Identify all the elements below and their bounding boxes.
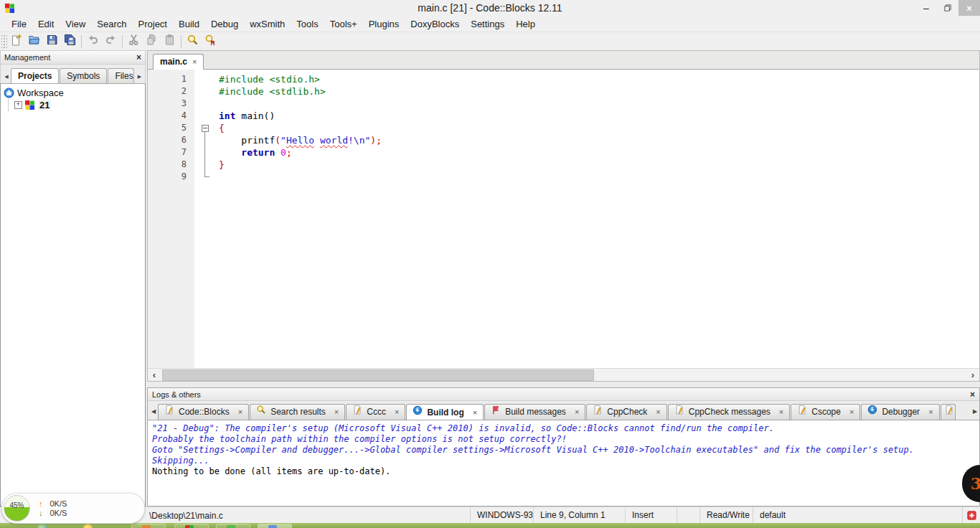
windows-taskbar[interactable] [0, 523, 980, 528]
tabs-scroll-right-icon[interactable]: ▶ [135, 70, 143, 83]
menu-item-debug[interactable]: Debug [205, 16, 244, 32]
minimize-button[interactable]: – [915, 0, 937, 16]
save-button[interactable] [43, 34, 61, 50]
toolbar-grip[interactable] [1, 34, 7, 49]
expand-plus-icon[interactable]: + [14, 101, 22, 109]
editor-tab-close-icon[interactable]: × [192, 55, 197, 70]
logs-close-icon[interactable]: × [970, 391, 975, 398]
restore-button[interactable] [937, 0, 958, 16]
log-tab-close-icon[interactable]: × [395, 405, 399, 420]
menu-item-file[interactable]: File [6, 16, 32, 32]
code-editor[interactable]: 1 #include <stdio.h> 2 #include <stdlib.… [148, 70, 979, 368]
status-segment-read-write: Read/Write [699, 507, 753, 524]
redo-button[interactable] [102, 34, 120, 50]
log-tab-partial[interactable] [941, 404, 956, 420]
assistant-glyph: 3 [971, 474, 980, 493]
code-token: ); [370, 135, 382, 146]
ie-taskbar-icon[interactable] [83, 524, 93, 528]
search-icon [256, 405, 266, 420]
log-tab-label: Debugger [882, 405, 920, 420]
build-log-output: "21 - Debug": The compiler's setup (Micr… [148, 420, 979, 506]
log-tab-build-messages[interactable]: Build messages × [484, 404, 585, 420]
log-tab-label: Cscope [811, 405, 841, 420]
code-line: 8 } [148, 159, 979, 171]
menu-item-project[interactable]: Project [133, 16, 173, 32]
log-tab-cscope[interactable]: Cscope × [791, 404, 860, 420]
net-speed-widget[interactable]: 45% ↑ 0K/S ↓ 0K/S [1, 493, 145, 524]
toolbar-separator [81, 35, 82, 48]
gauge-percent: 45% [9, 501, 24, 509]
menu-item-wxsmith[interactable]: wxSmith [244, 16, 291, 32]
close-button[interactable]: × [958, 0, 980, 16]
save-all-button[interactable] [61, 34, 79, 50]
log-tab-cppcheck[interactable]: CppCheck × [586, 404, 666, 420]
tabs-scroll-left-icon[interactable]: ◀ [2, 70, 11, 83]
cut-button[interactable] [125, 34, 143, 50]
log-tab-cccc[interactable]: Cccc × [346, 404, 405, 420]
code-text [216, 171, 219, 183]
menu-item-settings[interactable]: Settings [465, 16, 510, 32]
undo-button[interactable] [84, 34, 102, 50]
menu-item-build[interactable]: Build [173, 16, 205, 32]
editor-hscrollbar[interactable]: ‹ › [148, 368, 979, 381]
open-file-button[interactable] [25, 34, 43, 50]
status-segment-line-9-column-1: Line 9, Column 1 [533, 507, 625, 524]
fold-margin-collapse-icon[interactable] [194, 122, 216, 134]
panel-sash[interactable] [147, 382, 980, 387]
log-tab-close-icon[interactable]: × [928, 405, 933, 420]
log-tab-close-icon[interactable]: × [779, 405, 783, 420]
log-tab-code-blocks[interactable]: Code::Blocks × [158, 404, 249, 420]
management-tab-symbols[interactable]: Symbols [60, 68, 107, 83]
management-tab-projects[interactable]: Projects [11, 68, 59, 83]
scroll-right-icon[interactable]: › [966, 369, 979, 380]
menu-item-help[interactable]: Help [510, 16, 541, 32]
menu-item-tools[interactable]: Tools+ [324, 16, 363, 32]
log-tab-close-icon[interactable]: × [473, 405, 477, 420]
menu-item-view[interactable]: View [60, 16, 91, 32]
workspace-node[interactable]: Workspace [4, 87, 145, 99]
logs-tabs-scroll-left-icon[interactable]: ◀ [149, 405, 158, 418]
log-tab-label: CppCheck [607, 405, 647, 420]
log-tab-build-log[interactable]: Build log × [406, 404, 484, 420]
log-line: Skipping... [152, 456, 979, 466]
taskbar-app-4[interactable] [258, 524, 292, 528]
start-orb-icon[interactable] [37, 524, 47, 528]
log-tab-close-icon[interactable]: × [656, 405, 660, 420]
taskbar-app-3[interactable] [216, 524, 250, 528]
copy-button[interactable] [143, 34, 161, 50]
code-token: ( [275, 135, 281, 146]
management-close-icon[interactable]: × [136, 54, 141, 61]
new-file-button[interactable] [7, 34, 25, 50]
cut-icon [128, 34, 140, 49]
menu-item-plugins[interactable]: Plugins [363, 16, 405, 32]
project-node[interactable]: + 21 [4, 99, 145, 111]
editor-tab-main-c[interactable]: main.c × [153, 54, 204, 70]
management-tab-files[interactable]: Files [108, 68, 134, 83]
menu-item-edit[interactable]: Edit [32, 16, 60, 32]
save-icon [46, 34, 58, 49]
menu-item-doxyblocks[interactable]: DoxyBlocks [405, 16, 465, 32]
logs-caption: Logs & others × [148, 388, 979, 401]
tree-indent-line [8, 99, 14, 111]
code-token: return [241, 147, 275, 158]
log-tab-debugger[interactable]: Debugger × [861, 404, 939, 420]
menu-item-tools[interactable]: Tools [291, 16, 324, 32]
taskbar-app-2[interactable] [174, 524, 209, 528]
memory-gauge[interactable]: 45% [4, 495, 30, 522]
log-tab-close-icon[interactable]: × [238, 405, 242, 420]
log-tab-cppcheck-messages[interactable]: CppCheck messages × [668, 404, 791, 420]
log-tab-close-icon[interactable]: × [575, 405, 579, 420]
taskbar-app-1[interactable] [131, 524, 166, 528]
logs-tabs-scroll-right-icon[interactable]: ▶ [971, 405, 979, 418]
log-tab-close-icon[interactable]: × [334, 405, 339, 420]
find-button[interactable] [184, 34, 202, 50]
log-tab-search-results[interactable]: Search results × [250, 404, 345, 420]
scroll-left-icon[interactable]: ‹ [148, 369, 161, 380]
log-tab-close-icon[interactable]: × [849, 405, 854, 420]
paste-button[interactable] [161, 34, 179, 50]
code-token: #include <stdio.h> [219, 74, 320, 85]
menu-item-search[interactable]: Search [91, 16, 132, 32]
replace-button[interactable]: R [202, 34, 220, 50]
hscroll-thumb[interactable] [162, 369, 594, 381]
status-plugin-button[interactable] [962, 507, 980, 524]
